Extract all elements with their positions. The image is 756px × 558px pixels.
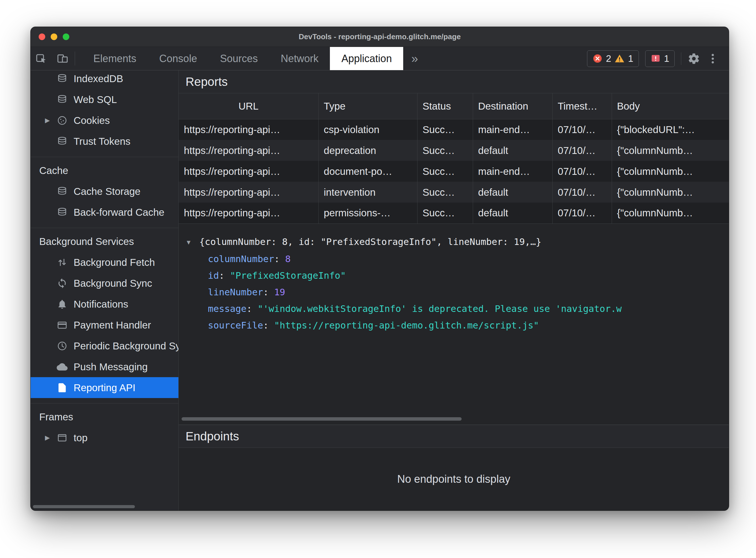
frames-section: Frames ▶ top: [31, 403, 178, 448]
sidebar-item-background-sync[interactable]: Background Sync: [31, 273, 178, 294]
json-summary-text[interactable]: {columnNumber: 8, id: "PrefixedStorageIn…: [199, 236, 541, 247]
sidebar-item-background-fetch[interactable]: Background Fetch: [31, 252, 178, 273]
endpoints-header: Endpoints: [179, 425, 729, 448]
sidebar-item-label: Back-forward Cache: [74, 207, 164, 218]
json-property: message: "'window.webkitStorageInfo' is …: [187, 301, 729, 317]
payment-card-icon: [56, 319, 68, 331]
json-key: message: [208, 303, 247, 314]
column-header-timestamp[interactable]: Timest…: [553, 93, 612, 119]
tab-sources[interactable]: Sources: [209, 47, 269, 70]
report-status: Succ…: [417, 119, 473, 140]
report-body-preview: ▼{columnNumber: 8, id: "PrefixedStorageI…: [179, 224, 729, 334]
report-row[interactable]: https://reporting-api… document-po… Succ…: [179, 161, 729, 182]
devtools-window: DevTools - reporting-api-demo.glitch.me/…: [30, 27, 729, 511]
database-icon: [56, 73, 68, 84]
more-tabs-button[interactable]: »: [403, 47, 426, 70]
sidebar-item-notifications[interactable]: Notifications: [31, 294, 178, 314]
devtools-content: IndexedDB Web SQL ▶ Cookies: [31, 70, 729, 510]
chevron-right-icon[interactable]: ▶: [45, 434, 56, 441]
tab-elements[interactable]: Elements: [82, 47, 148, 70]
database-icon: [56, 94, 68, 105]
sidebar-item-push-messaging[interactable]: Push Messaging: [31, 356, 178, 377]
column-header-url[interactable]: URL: [179, 93, 318, 119]
column-header-status[interactable]: Status: [417, 93, 473, 119]
report-row[interactable]: https://reporting-api… deprecation Succ……: [179, 140, 729, 161]
sidebar-item-label: IndexedDB: [74, 73, 123, 84]
reporting-api-panel: Reports URL Type Status Destination Time…: [179, 70, 729, 510]
json-value: "https://reporting-api-demo.glitch.me/sc…: [274, 320, 539, 331]
report-url: https://reporting-api…: [179, 119, 318, 140]
report-timestamp: 07/10/…: [553, 161, 612, 182]
report-timestamp: 07/10/…: [553, 182, 612, 203]
warning-count: 1: [628, 53, 633, 64]
sidebar-item-back-forward-cache[interactable]: Back-forward Cache: [31, 202, 178, 223]
sidebar-item-cookies[interactable]: ▶ Cookies: [31, 110, 178, 131]
sidebar-item-label: Payment Handler: [74, 319, 151, 331]
endpoints-section: Endpoints No endpoints to display: [179, 425, 729, 510]
reports-header: Reports: [179, 70, 729, 93]
json-key: sourceFile: [208, 320, 263, 331]
tab-network[interactable]: Network: [269, 47, 330, 70]
toolbar-divider: [681, 52, 681, 65]
cookie-icon: [56, 115, 68, 126]
sidebar-item-periodic-background-sync[interactable]: Periodic Background Sync: [31, 335, 178, 356]
console-status-badges[interactable]: 2 1: [587, 50, 639, 67]
titlebar[interactable]: DevTools - reporting-api-demo.glitch.me/…: [31, 27, 729, 47]
sidebar-item-label: Background Sync: [74, 278, 152, 289]
inspect-element-button[interactable]: [31, 47, 52, 70]
document-icon: [56, 382, 68, 394]
report-destination: default: [473, 203, 553, 224]
reports-table-header-row: URL Type Status Destination Timest… Body: [179, 93, 729, 119]
device-toolbar-icon: [56, 53, 69, 65]
cache-section: Cache Cache Storage Back-forward Cache: [31, 157, 178, 223]
json-property: lineNumber: 19: [187, 284, 729, 301]
sidebar-item-reporting-api[interactable]: Reporting API: [31, 377, 178, 398]
sidebar-horizontal-scrollbar[interactable]: [33, 505, 135, 508]
tab-application[interactable]: Application: [330, 47, 403, 70]
column-header-type[interactable]: Type: [318, 93, 417, 119]
report-type: permissions-…: [318, 203, 417, 224]
toggle-device-toolbar-button[interactable]: [52, 47, 73, 70]
report-url: https://reporting-api…: [179, 203, 318, 224]
chevron-right-icon[interactable]: ▶: [45, 117, 56, 124]
sidebar-item-indexeddb[interactable]: IndexedDB: [31, 70, 178, 89]
collapse-toggle-icon[interactable]: ▼: [187, 234, 199, 251]
report-row[interactable]: https://reporting-api… intervention Succ…: [179, 182, 729, 203]
sidebar-item-trust-tokens[interactable]: Trust Tokens: [31, 131, 178, 152]
three-dots-icon: [706, 52, 719, 65]
background-fetch-icon: [56, 257, 68, 268]
column-header-destination[interactable]: Destination: [473, 93, 553, 119]
settings-button[interactable]: [687, 52, 700, 65]
report-row[interactable]: https://reporting-api… csp-violation Suc…: [179, 119, 729, 140]
report-body: {"blockedURL":…: [612, 119, 729, 140]
devtools-toolbar: Elements Console Sources Network Applica…: [31, 47, 729, 70]
database-icon: [56, 207, 68, 218]
sidebar-item-label: Background Fetch: [74, 257, 155, 268]
sidebar-item-label: Cache Storage: [74, 186, 140, 197]
report-body: {"columnNumb…: [612, 182, 729, 203]
report-destination: main-end…: [473, 119, 553, 140]
section-title-background-services: Background Services: [31, 231, 178, 252]
sidebar-item-cache-storage[interactable]: Cache Storage: [31, 181, 178, 202]
report-status: Succ…: [417, 203, 473, 224]
report-timestamp: 07/10/…: [553, 203, 612, 224]
clock-icon: [56, 340, 68, 352]
issues-badge[interactable]: 1: [645, 50, 675, 67]
column-header-body[interactable]: Body: [612, 93, 729, 119]
sidebar-item-payment-handler[interactable]: Payment Handler: [31, 314, 178, 335]
json-summary-line: ▼{columnNumber: 8, id: "PrefixedStorageI…: [187, 233, 729, 251]
sidebar-item-top-frame[interactable]: ▶ top: [31, 427, 178, 448]
reports-horizontal-scrollbar[interactable]: [181, 417, 462, 421]
error-icon: [592, 53, 603, 64]
report-destination: default: [473, 140, 553, 161]
json-property: sourceFile: "https://reporting-api-demo.…: [187, 317, 729, 334]
report-row[interactable]: https://reporting-api… permissions-… Suc…: [179, 203, 729, 224]
tab-console[interactable]: Console: [148, 47, 209, 70]
json-key: lineNumber: [208, 287, 263, 298]
sidebar-item-label: top: [74, 432, 88, 443]
sidebar-item-web-sql[interactable]: Web SQL: [31, 89, 178, 110]
report-status: Succ…: [417, 182, 473, 203]
main-menu-button[interactable]: [706, 52, 719, 65]
report-url: https://reporting-api…: [179, 182, 318, 203]
toolbar-right: 2 1 1: [587, 47, 729, 70]
